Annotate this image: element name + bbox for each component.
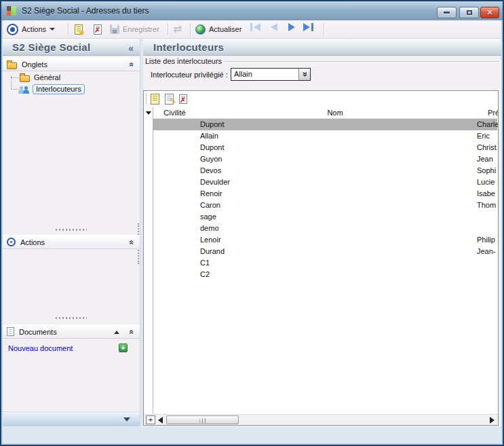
chevron-down-icon <box>50 28 55 31</box>
table-row[interactable]: CaronThom <box>153 200 497 211</box>
privileged-interlocutor-combobox[interactable]: Allain « <box>231 68 311 81</box>
cell-prenom: Eric <box>477 132 499 140</box>
column-header-prenom[interactable]: Prénom <box>488 109 499 117</box>
collapse-chevron-icon[interactable]: « <box>128 330 136 335</box>
table-row[interactable]: AllainEric <box>153 130 497 142</box>
group-border-line <box>223 61 499 62</box>
table-row[interactable]: DupontCharle <box>153 119 497 130</box>
main-area: Interlocuteurs Liste des interlocuteurs … <box>143 39 501 426</box>
panel-splitter-handle[interactable] <box>56 229 87 231</box>
cell-nom: Devulder <box>200 178 471 186</box>
horizontal-scrollbar: + <box>144 414 498 425</box>
add-column-button[interactable]: + <box>146 415 155 424</box>
title-bar: S2 Siège Social - Adresses du tiers ✕ <box>1 1 503 20</box>
documents-panel-header[interactable]: Documents « <box>3 324 140 339</box>
view-record-button[interactable] <box>151 94 159 105</box>
close-button[interactable]: ✕ <box>480 7 499 18</box>
table-row[interactable]: DevosSophi <box>153 165 497 176</box>
cell-prenom: Sophi <box>477 166 499 174</box>
actions-panel-label: Actions <box>20 238 45 246</box>
group-label: Liste des interlocuteurs <box>145 57 225 65</box>
table-row[interactable]: DupontChrist <box>153 142 497 153</box>
table-row[interactable]: DurandJean- <box>153 246 497 257</box>
combobox-dropdown-button[interactable]: « <box>298 69 310 80</box>
table-row[interactable]: C1 <box>153 257 497 269</box>
table-row[interactable]: demo <box>153 223 497 234</box>
cell-prenom: Christ <box>477 143 499 151</box>
red-x-icon: ✗ <box>180 96 186 105</box>
actualiser-button[interactable]: Actualiser <box>195 20 241 38</box>
refresh-button[interactable]: ⇄ <box>173 20 182 38</box>
documents-panel-label: Documents <box>19 328 57 336</box>
next-arrow-icon <box>288 23 295 31</box>
cell-nom: Durand <box>200 247 471 255</box>
scroll-left-arrow-icon[interactable] <box>158 417 163 424</box>
minimize-icon <box>444 12 450 14</box>
sidebar-item-interlocuteurs[interactable]: Interlocuteurs <box>3 83 140 94</box>
scrollbar-thumb[interactable] <box>166 415 239 424</box>
table-row[interactable]: LenoirPhilip <box>153 234 497 246</box>
onglets-panel-header[interactable]: Onglets « <box>3 57 140 71</box>
grid-toolbar-separator <box>146 94 147 105</box>
grid-header-row: Civilité Nom Prénom <box>153 107 497 119</box>
nav-first-button[interactable] <box>247 20 263 34</box>
restore-icon <box>467 10 472 15</box>
main-title: Interlocuteurs <box>153 41 224 53</box>
cell-prenom: Jean- <box>477 247 499 255</box>
actions-target-icon <box>7 24 18 35</box>
sidebar-item-general[interactable]: Général <box>3 72 140 83</box>
onglets-panel-label: Onglets <box>22 60 47 69</box>
cell-nom: Dupont <box>200 143 471 151</box>
actualiser-label: Actualiser <box>209 25 241 33</box>
sidebar-footer <box>3 411 140 426</box>
new-document-link[interactable]: Nouveau document <box>8 344 73 352</box>
nav-previous-button[interactable] <box>266 20 282 34</box>
new-page-icon: ★ <box>75 24 83 35</box>
users-icon <box>18 84 30 94</box>
thumb-grip-icon <box>199 418 206 423</box>
cell-nom: demo <box>200 224 471 232</box>
collapse-chevron-icon[interactable]: « <box>128 62 136 67</box>
nav-last-button[interactable] <box>300 20 316 34</box>
table-row[interactable]: GuyonJean <box>153 153 497 165</box>
grid-toolbar: ✎ ✗ <box>144 91 498 107</box>
document-icon <box>7 327 14 336</box>
panel-splitter-handle[interactable] <box>56 317 87 319</box>
cell-prenom: Lucie <box>477 178 499 186</box>
first-arrow-icon <box>254 23 260 31</box>
row-selector-arrow-icon[interactable] <box>146 111 151 115</box>
refresh-icon: ⇄ <box>173 24 182 35</box>
combobox-value: Allain <box>234 70 252 78</box>
collapse-chevron-icon[interactable]: « <box>128 240 136 245</box>
app-icon <box>7 6 16 16</box>
delete-record-button[interactable]: ✗ <box>179 94 187 104</box>
interlocutors-grid: ✎ ✗ Civilité Nom Prénom DupontCharleAlla… <box>143 90 499 426</box>
table-row[interactable]: DevulderLucie <box>153 176 497 188</box>
scroll-right-arrow-icon[interactable] <box>490 417 495 424</box>
nav-next-button[interactable] <box>284 20 300 34</box>
save-button[interactable]: Enregistrer <box>110 20 159 38</box>
sidebar-collapse-chevron-icon[interactable]: « <box>128 43 134 54</box>
table-row[interactable]: sage <box>153 211 497 223</box>
folder-icon <box>20 75 30 82</box>
panel-up-arrow-icon[interactable] <box>114 331 119 334</box>
client-area: S2 Siège Social « Onglets « Général Inte… <box>3 39 501 443</box>
footer-down-arrow-icon[interactable] <box>123 417 130 422</box>
column-header-civilite[interactable]: Civilité <box>153 109 197 117</box>
star-badge-icon: ★ <box>79 29 85 37</box>
actions-menu-button[interactable]: Actions <box>7 20 55 38</box>
restore-button[interactable] <box>459 7 479 18</box>
table-row[interactable]: C2 <box>153 269 497 280</box>
edit-record-button[interactable]: ✎ <box>165 94 174 105</box>
column-header-nom[interactable]: Nom <box>197 109 473 117</box>
toolbar-separator <box>68 23 69 35</box>
actions-panel-header[interactable]: Actions « <box>3 235 140 249</box>
new-item-button[interactable]: ★ <box>75 20 83 38</box>
table-row[interactable]: RenoirIsabe <box>153 188 497 200</box>
delete-item-button[interactable]: ✗ <box>94 20 102 38</box>
tree-item-label-selected: Interlocuteurs <box>33 84 85 94</box>
add-document-button[interactable]: + <box>119 343 128 352</box>
minimize-button[interactable] <box>437 7 457 18</box>
folder-icon <box>7 62 17 69</box>
cell-prenom: Jean <box>477 155 499 163</box>
